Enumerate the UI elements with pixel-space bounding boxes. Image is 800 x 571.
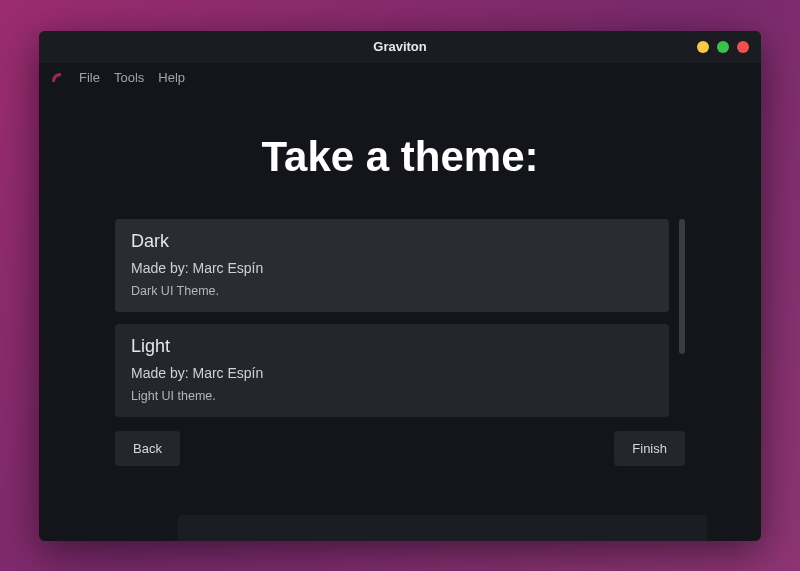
- app-window: Graviton File Tools Help Take a theme: D…: [39, 31, 761, 541]
- theme-description: Light UI theme.: [131, 389, 653, 403]
- maximize-button[interactable]: [717, 41, 729, 53]
- theme-card-dark[interactable]: Dark Made by: Marc Espín Dark UI Theme.: [115, 219, 669, 312]
- page-heading: Take a theme:: [262, 133, 539, 181]
- theme-name: Dark: [131, 231, 653, 252]
- back-button[interactable]: Back: [115, 431, 180, 466]
- menu-help[interactable]: Help: [158, 70, 185, 85]
- theme-name: Light: [131, 336, 653, 357]
- theme-list: Dark Made by: Marc Espín Dark UI Theme. …: [115, 219, 669, 417]
- menu-file[interactable]: File: [79, 70, 100, 85]
- theme-card-light[interactable]: Light Made by: Marc Espín Light UI theme…: [115, 324, 669, 417]
- footer-buttons: Back Finish: [115, 431, 685, 466]
- window-controls: [697, 41, 749, 53]
- scrollbar-thumb[interactable]: [679, 219, 685, 354]
- bottom-panel: [177, 515, 707, 541]
- menubar: File Tools Help: [39, 63, 761, 93]
- theme-author: Made by: Marc Espín: [131, 260, 653, 276]
- close-button[interactable]: [737, 41, 749, 53]
- theme-author: Made by: Marc Espín: [131, 365, 653, 381]
- content-area: Take a theme: Dark Made by: Marc Espín D…: [39, 93, 761, 541]
- finish-button[interactable]: Finish: [614, 431, 685, 466]
- scrollbar[interactable]: [679, 219, 685, 417]
- app-logo-icon: [49, 70, 65, 86]
- titlebar: Graviton: [39, 31, 761, 63]
- window-title: Graviton: [373, 39, 426, 54]
- theme-description: Dark UI Theme.: [131, 284, 653, 298]
- minimize-button[interactable]: [697, 41, 709, 53]
- menu-tools[interactable]: Tools: [114, 70, 144, 85]
- theme-list-container: Dark Made by: Marc Espín Dark UI Theme. …: [115, 219, 685, 417]
